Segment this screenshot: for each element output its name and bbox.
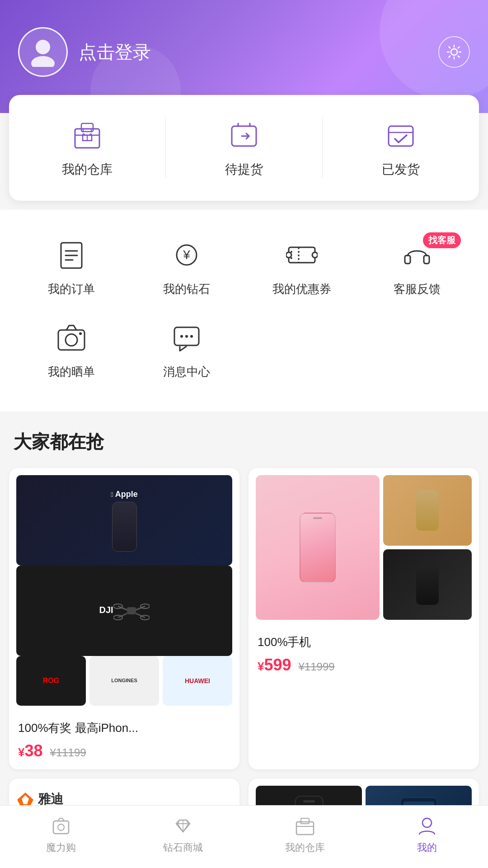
svg-rect-51 — [53, 821, 69, 834]
shipped-icon — [383, 118, 419, 154]
product2-info: 100%手机 ¥599 ¥11999 — [249, 627, 479, 684]
svg-point-2 — [451, 49, 457, 55]
svg-point-56 — [422, 818, 432, 827]
nav-mine[interactable]: 我的 — [366, 815, 488, 854]
coupon-label: 我的优惠券 — [272, 281, 331, 297]
product2-side-images — [383, 475, 472, 620]
customer-badge: 找客服 — [423, 232, 461, 248]
nav-magic-label: 魔力购 — [46, 841, 76, 854]
messages-menu-item[interactable]: 消息中心 — [129, 311, 244, 389]
nav-mine-icon — [416, 815, 438, 837]
svg-point-21 — [180, 335, 183, 338]
svg-rect-15 — [405, 255, 410, 264]
svg-point-52 — [58, 824, 64, 830]
pending-item[interactable]: 待提货 — [166, 118, 323, 178]
product1-huawei-image: HUAWEI — [163, 656, 232, 706]
warehouse-item[interactable]: 我的仓库 — [9, 118, 166, 178]
svg-point-19 — [79, 332, 82, 335]
warehouse-icon — [69, 118, 105, 154]
nav-warehouse[interactable]: ? 我的仓库 — [244, 815, 366, 854]
avatar[interactable] — [18, 27, 68, 77]
message-icon — [169, 320, 205, 356]
svg-rect-16 — [424, 255, 429, 264]
product2-title: 100%手机 — [258, 634, 470, 650]
messages-label: 消息中心 — [163, 364, 210, 380]
svg-point-13 — [291, 251, 292, 253]
product1-price: ¥38 — [18, 741, 43, 760]
feedback-label: 客服反馈 — [394, 281, 441, 297]
product2-original-price: ¥11999 — [299, 660, 335, 673]
product2-price: ¥599 — [258, 656, 291, 675]
product2-main-image — [256, 475, 380, 620]
magic-icon — [50, 815, 72, 837]
svg-text:?: ? — [299, 821, 302, 826]
showcase-menu-item[interactable]: 我的晒单 — [14, 311, 129, 389]
pending-icon — [226, 118, 262, 154]
nav-diamond[interactable]: 钻石商城 — [122, 815, 244, 854]
nav-diamond-label: 钻石商城 — [163, 841, 203, 854]
shipped-label: 已发货 — [382, 161, 420, 178]
orders-menu-item[interactable]: 我的订单 — [14, 228, 129, 306]
shipped-item[interactable]: 已发货 — [323, 118, 479, 178]
warehouse-card: 我的仓库 待提货 已发货 — [9, 95, 479, 201]
product1-longines-image: LONGINES — [89, 656, 159, 706]
nav-warehouse-label: 我的仓库 — [285, 841, 325, 854]
section-title: 大家都在抢 — [0, 411, 488, 468]
product1-info: 100%有奖 最高iPhon... ¥38 ¥11199 — [9, 713, 239, 769]
bottom-nav: 魔力购 钻石商城 ? 我的仓库 我的 — [0, 805, 488, 868]
product1-side-image: DJI — [16, 566, 232, 656]
pending-label: 待提货 — [225, 161, 263, 178]
svg-point-0 — [36, 40, 50, 54]
orders-label: 我的订单 — [48, 281, 95, 297]
camera-icon — [53, 320, 89, 356]
svg-point-12 — [312, 252, 318, 258]
showcase-label: 我的晒单 — [48, 364, 95, 380]
product1-main-image:  Apple — [16, 475, 232, 566]
product1-rog-image: ROG — [16, 656, 86, 706]
svg-rect-10 — [289, 247, 315, 263]
diamond-menu-item[interactable]: ¥ 我的钻石 — [129, 228, 244, 306]
svg-point-22 — [185, 335, 188, 338]
diamond-label: 我的钻石 — [163, 281, 210, 297]
svg-point-14 — [291, 257, 292, 259]
svg-text:¥: ¥ — [183, 248, 190, 262]
svg-rect-54 — [301, 818, 309, 824]
nav-diamond-icon — [172, 815, 194, 837]
svg-rect-24 — [127, 607, 136, 614]
settings-button[interactable] — [438, 36, 470, 68]
svg-point-1 — [31, 56, 55, 67]
coupon-menu-item[interactable]: 我的优惠券 — [244, 228, 359, 306]
products-grid:  Apple DJI — [0, 468, 488, 769]
svg-rect-6 — [389, 126, 413, 146]
product-card-2[interactable]: 100%手机 ¥599 ¥11999 — [249, 468, 479, 769]
coupon-icon — [284, 237, 320, 273]
warehouse-label: 我的仓库 — [62, 161, 113, 178]
nav-mine-label: 我的 — [417, 841, 437, 854]
login-button[interactable]: 点击登录 — [79, 40, 151, 65]
product1-title: 100%有奖 最高iPhon... — [18, 720, 230, 736]
svg-point-11 — [286, 252, 291, 258]
svg-point-23 — [190, 335, 193, 338]
diamond-icon: ¥ — [169, 237, 205, 273]
user-avatar-icon — [27, 35, 59, 69]
quick-menu: 我的订单 ¥ 我的钻石 — [0, 210, 488, 411]
product-card-1[interactable]:  Apple DJI — [9, 468, 239, 769]
feedback-menu-item[interactable]: 找客服 客服反馈 — [359, 228, 474, 306]
svg-point-18 — [66, 334, 77, 346]
product1-original-price: ¥11199 — [50, 746, 86, 759]
document-icon — [53, 237, 89, 273]
nav-magic[interactable]: 魔力购 — [0, 815, 122, 854]
nav-warehouse-icon: ? — [294, 815, 316, 837]
svg-rect-40 — [303, 800, 314, 802]
